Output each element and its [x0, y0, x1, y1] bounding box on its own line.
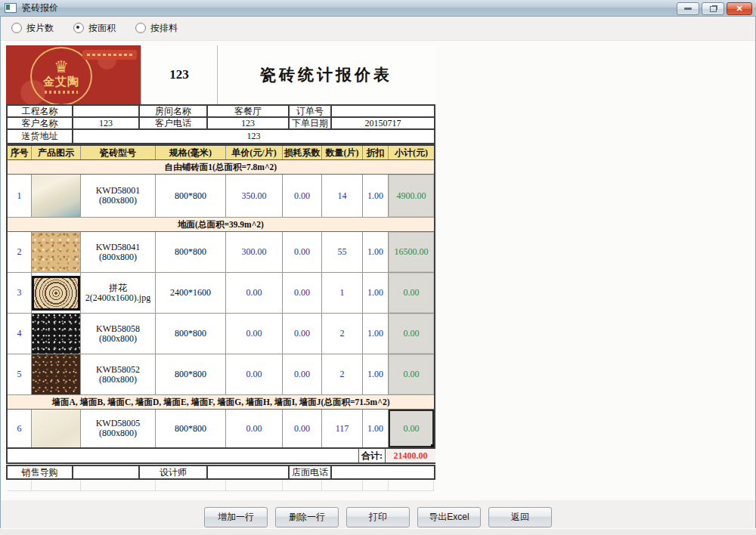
discount-cell[interactable]: 1.00: [363, 314, 389, 354]
black-speckled-tile-image: [32, 314, 80, 354]
selected-subtotal-cell[interactable]: 0.00: [389, 410, 434, 447]
radio-by-piece[interactable]: 按片数: [11, 22, 54, 35]
price-cell[interactable]: 300.00: [226, 232, 283, 272]
discount-cell[interactable]: 1.00: [363, 175, 389, 217]
loss-cell[interactable]: 0.00: [283, 175, 322, 217]
subtotal-cell[interactable]: 0.00: [389, 314, 434, 354]
table-row: 6 KWD58005 (800x800) 800*800 0.00 0.00 1…: [8, 410, 434, 447]
product-image-cell[interactable]: [32, 175, 81, 217]
product-image-cell[interactable]: [32, 232, 81, 272]
seq-cell[interactable]: 4: [8, 314, 32, 354]
subtotal-cell[interactable]: 4900.00: [389, 175, 434, 217]
selection-handle[interactable]: [431, 444, 434, 447]
product-image-cell[interactable]: [32, 273, 81, 313]
seq-cell[interactable]: 3: [8, 273, 32, 313]
action-button-bar: 增加一行 删除一行 打印 导出Excel 返回: [204, 507, 552, 527]
designer-value[interactable]: [208, 466, 290, 478]
seq-cell[interactable]: 5: [8, 354, 32, 394]
staff-info-grid: 销售导购 设计师 店面电话: [6, 465, 435, 480]
subtotal-cell[interactable]: 16500.00: [389, 232, 434, 272]
qty-cell[interactable]: 117: [322, 410, 363, 447]
export-excel-button[interactable]: 导出Excel: [417, 507, 481, 527]
order-no-value[interactable]: [332, 106, 434, 116]
spec-cell[interactable]: 800*800: [156, 232, 226, 272]
price-cell[interactable]: 0.00: [226, 273, 283, 313]
qty-cell[interactable]: 14: [322, 175, 363, 217]
subtotal-cell[interactable]: 0.00: [389, 354, 434, 394]
total-label: 合计:: [358, 449, 385, 462]
close-button[interactable]: ✕: [727, 2, 752, 15]
customer-phone-label: 客户电话: [140, 118, 208, 128]
delete-row-button[interactable]: 删除一行: [275, 507, 339, 527]
discount-cell[interactable]: 1.00: [363, 354, 389, 394]
brown-speckled-tile-image: [32, 354, 80, 394]
info-row: 客户名称 123 客户电话 123 下单日期 20150717: [8, 118, 434, 130]
product-image-cell[interactable]: [32, 410, 81, 447]
order-date-value[interactable]: 20150717: [332, 118, 434, 128]
discount-cell[interactable]: 1.00: [363, 273, 389, 313]
customer-name-value[interactable]: 123: [73, 118, 140, 128]
store-phone-value[interactable]: [332, 466, 434, 478]
staff-row: 销售导购 设计师 店面电话: [8, 466, 434, 478]
app-window: 瓷砖报价 ✕ 按片数 按面积 按排料 ♛ 金艾陶: [0, 0, 756, 535]
project-name-value[interactable]: [73, 106, 140, 116]
window-title: 瓷砖报价: [22, 2, 58, 14]
logo-caption-decoration: [45, 91, 78, 94]
table-row: 5 KWB58052 (800x800) 800*800 0.00 0.00 2…: [8, 354, 434, 395]
restore-button[interactable]: [702, 2, 724, 15]
spec-cell[interactable]: 2400*1600: [156, 273, 226, 313]
discount-cell[interactable]: 1.00: [363, 410, 389, 447]
radio-by-area[interactable]: 按面积: [73, 22, 116, 35]
price-cell[interactable]: 350.00: [226, 175, 283, 217]
model-cell[interactable]: KWB58052 (800x800): [81, 354, 156, 394]
product-image-cell[interactable]: [32, 314, 81, 354]
loss-cell[interactable]: 0.00: [283, 273, 322, 313]
print-button[interactable]: 打印: [346, 507, 410, 527]
model-cell[interactable]: KWD58001 (800x800): [81, 175, 156, 217]
loss-cell[interactable]: 0.00: [283, 232, 322, 272]
customer-phone-value[interactable]: 123: [208, 118, 290, 128]
room-name-value[interactable]: 客餐厅: [208, 106, 290, 116]
loss-cell[interactable]: 0.00: [283, 354, 322, 394]
qty-cell[interactable]: 1: [322, 273, 363, 313]
table-row: 2 KWD58041 (800x800) 800*800 300.00 0.00…: [8, 232, 434, 273]
model-cell[interactable]: KWB58058 (800x800): [81, 314, 156, 354]
loss-cell[interactable]: 0.00: [283, 314, 322, 354]
qty-cell[interactable]: 2: [322, 354, 363, 394]
light-cream-tile-image: [32, 410, 80, 447]
radio-by-layout-label: 按排料: [150, 22, 178, 35]
price-cell[interactable]: 0.00: [226, 314, 283, 354]
column-header-row: 序号 产品图示 瓷砖型号 规格(毫米) 单价(元/片) 损耗系数 数量(片) 折…: [8, 146, 434, 160]
sales-guide-value[interactable]: [73, 466, 140, 478]
minimize-button[interactable]: [677, 2, 699, 15]
seq-cell[interactable]: 1: [8, 175, 32, 217]
back-button[interactable]: 返回: [488, 507, 552, 527]
seq-cell[interactable]: 6: [8, 410, 32, 447]
qty-cell[interactable]: 55: [322, 232, 363, 272]
subtotal-cell[interactable]: 0.00: [389, 273, 434, 313]
price-cell[interactable]: 0.00: [226, 410, 283, 447]
col-price: 单价(元/片): [226, 146, 283, 159]
seq-cell[interactable]: 2: [8, 232, 32, 272]
total-value[interactable]: 21400.00: [385, 449, 435, 462]
spec-cell[interactable]: 800*800: [156, 175, 226, 217]
radio-by-layout[interactable]: 按排料: [135, 22, 178, 35]
col-image: 产品图示: [32, 146, 81, 159]
qty-cell[interactable]: 2: [322, 314, 363, 354]
spec-cell[interactable]: 800*800: [156, 354, 226, 394]
loss-cell[interactable]: 0.00: [283, 410, 322, 447]
price-cell[interactable]: 0.00: [226, 354, 283, 394]
sheet-title: 瓷砖统计报价表: [217, 45, 435, 104]
discount-cell[interactable]: 1.00: [363, 232, 389, 272]
cream-marble-tile-image: [32, 175, 80, 217]
model-cell[interactable]: 拼花 2(2400x1600).jpg: [81, 273, 156, 313]
col-loss: 损耗系数: [283, 146, 322, 159]
add-row-button[interactable]: 增加一行: [204, 507, 268, 527]
spec-cell[interactable]: 800*800: [156, 314, 226, 354]
product-image-cell[interactable]: [32, 354, 81, 394]
spec-cell[interactable]: 800*800: [156, 410, 226, 447]
delivery-address-value[interactable]: 123: [73, 130, 434, 143]
col-discount: 折扣: [363, 146, 389, 159]
model-cell[interactable]: KWD58005 (800x800): [81, 410, 156, 447]
model-cell[interactable]: KWD58041 (800x800): [81, 232, 156, 272]
